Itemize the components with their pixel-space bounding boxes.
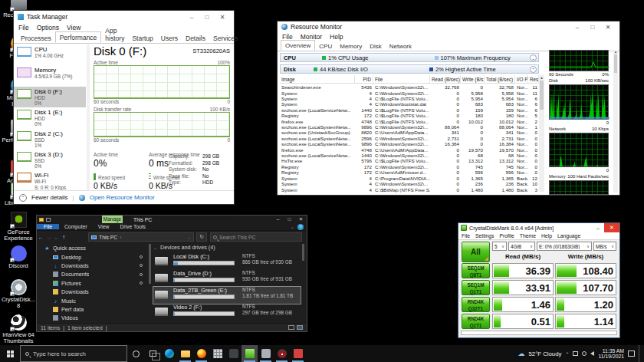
menu-item[interactable]: View: [67, 24, 80, 31]
disk-section-bar[interactable]: Disk 44 KB/sec Disk I/O 2% Highest Activ…: [280, 64, 539, 74]
back-button[interactable]: ←: [37, 234, 44, 241]
chevron-up-icon[interactable]: ⌃: [530, 66, 537, 73]
tab[interactable]: CPU: [315, 41, 336, 51]
table-row[interactable]: firefox.exe 4748 C:\Users\AdM\AppData...…: [280, 146, 539, 152]
sidebar-scrollbar[interactable]: [87, 44, 90, 190]
menu-item[interactable]: Help: [330, 33, 343, 41]
sidebar-item[interactable]: Downloads: [37, 288, 149, 296]
clock[interactable]: 11:35 AM 11/19/2021: [598, 348, 624, 360]
settings-dropdown[interactable]: E: 0% (0/1863GiB): [537, 242, 592, 251]
tray-icon-1[interactable]: [573, 351, 578, 356]
ribbon-tab[interactable]: Drive Tools: [114, 224, 151, 229]
table-row[interactable]: Registry 172 C:\$LogFile (NTFS Volu... 0…: [280, 113, 539, 118]
tab[interactable]: Performance: [55, 31, 102, 43]
thumbnail-view-icon[interactable]: [297, 325, 303, 330]
drive-item[interactable]: Local Disk (C:) NTFS 866 GB free of 930 …: [153, 253, 301, 270]
test-type-button[interactable]: RND4KQ1T1: [462, 314, 490, 329]
taskbar-app-button[interactable]: [242, 345, 258, 362]
taskbar-app-button[interactable]: [209, 345, 225, 362]
tab[interactable]: App history: [101, 25, 128, 43]
table-row[interactable]: System 4 C:\$LogFile (NTFS Volu... 0 5,9…: [280, 96, 539, 101]
sidebar-item[interactable]: Pictures: [37, 279, 149, 288]
quick-access-toolbar-icon[interactable]: [46, 218, 51, 222]
menu-item[interactable]: Theme: [520, 233, 536, 239]
column-header[interactable]: Total (B/sec): [485, 75, 515, 83]
fewer-details-button[interactable]: Fewer details: [31, 194, 68, 201]
taskbar-search[interactable]: Type here to search: [20, 345, 127, 362]
sidebar-device-item[interactable]: Disk 2 (C:) SSD 1%: [14, 129, 86, 150]
desktop-icon[interactable]: IrfanView 64 Thumbnails: [1, 314, 36, 344]
task-manager-titlebar[interactable]: Task Manager: [14, 11, 234, 23]
open-resource-monitor-link[interactable]: Open Resource Monitor: [90, 194, 155, 201]
action-center-icon[interactable]: [628, 350, 635, 357]
taskbar-app-button[interactable]: [177, 345, 193, 362]
tab[interactable]: Startup: [128, 33, 156, 43]
table-row[interactable]: HxTsr.exe 5796 C:\$LogFile (NTFS Volu...…: [280, 158, 539, 163]
tab[interactable]: Processes: [17, 33, 55, 43]
sidebar-device-item[interactable]: Disk 3 (D:) SSD 0%: [14, 150, 86, 170]
sidebar-item[interactable]: Documents: [37, 270, 149, 278]
table-row[interactable]: SearchIndexer.exe 5436 C:\Windows\System…: [280, 84, 539, 90]
table-row[interactable]: svchost.exe (LocalSystemNetw... 2596 C:\…: [280, 136, 539, 141]
sidebar-scrollbar[interactable]: [149, 244, 151, 284]
start-button[interactable]: [0, 345, 20, 362]
taskbar-app-button[interactable]: [193, 345, 209, 362]
up-button[interactable]: ↑: [60, 234, 67, 241]
ribbon-tab[interactable]: File: [37, 224, 59, 229]
settings-dropdown[interactable]: MB/s: [593, 242, 616, 251]
drive-item[interactable]: Data_Drive (D:) NTFS 930 GB free of 931 …: [153, 270, 301, 287]
search-box[interactable]: Search This PC: [210, 232, 302, 242]
collapse-icon[interactable]: ⌄: [153, 245, 157, 250]
desktop-icon[interactable]: GeForce Experience: [1, 212, 36, 242]
column-header[interactable]: I/O Pr...: [515, 75, 528, 83]
settings-dropdown[interactable]: 5: [492, 242, 507, 251]
minimize-button[interactable]: [570, 21, 585, 33]
minimize-button[interactable]: [184, 12, 199, 23]
chevron-down-icon[interactable]: ⌄: [530, 54, 537, 61]
menu-item[interactable]: Profile: [500, 233, 514, 239]
menu-item[interactable]: Monitor: [301, 33, 322, 41]
menu-item[interactable]: Help: [541, 233, 552, 239]
recent-locations-icon[interactable]: ⌄: [52, 235, 60, 240]
test-type-button[interactable]: SEQ1MQ1T1: [462, 280, 490, 295]
table-row[interactable]: System 4 C:\Windows\System32\... 0 236 2…: [280, 181, 539, 186]
column-header[interactable]: Read (B/sec): [430, 75, 461, 83]
table-row[interactable]: svchost.exe (UnistackSvcGroup) 8820 C:\U…: [280, 130, 539, 135]
address-bar[interactable]: This PC › ⌄: [88, 232, 194, 242]
ribbon-expand-icon[interactable]: ⌄: [291, 224, 294, 229]
column-header[interactable]: Resp...: [528, 75, 539, 83]
sidebar-item[interactable]: ↓ Downloads: [37, 262, 149, 270]
table-scrollbar[interactable]: ▲: [539, 75, 544, 192]
taskbar-app-button[interactable]: [258, 345, 274, 362]
maximize-button[interactable]: [199, 12, 215, 23]
taskbar-app-button[interactable]: [290, 345, 306, 362]
window-scrollbar[interactable]: ▲: [613, 50, 618, 193]
table-row[interactable]: svchost.exe (LocalServiceNetw... 1440 C:…: [280, 153, 539, 158]
drive-item[interactable]: Data_2TB_Green (E:) NTFS 1.81 TB free of…: [153, 287, 301, 304]
show-desktop-button[interactable]: [639, 345, 641, 362]
ribbon-tab[interactable]: Computer: [59, 224, 93, 229]
hidden-icons-chevron[interactable]: ⌃: [565, 351, 569, 357]
table-row[interactable]: System 4 C:\Windows\bootstat.dat 0 683 6…: [280, 101, 539, 107]
tab[interactable]: Disk: [366, 41, 386, 51]
settings-dropdown[interactable]: 4GiB: [508, 242, 535, 251]
menu-item[interactable]: File: [282, 33, 293, 41]
menu-item[interactable]: File: [462, 233, 470, 239]
test-type-button[interactable]: SEQ1MQ8T1: [462, 263, 490, 278]
table-row[interactable]: firefox.exe 4748 C:\$LogFile (NTFS Volu.…: [280, 118, 539, 123]
taskbar-app-button[interactable]: [225, 345, 242, 362]
help-icon[interactable]: ?: [297, 224, 304, 230]
desktop-icon[interactable]: CrystalDisk... 8: [1, 279, 36, 309]
cpu-section-bar[interactable]: CPU 1% CPU Usage 107% Maximum Frequency …: [280, 53, 539, 62]
close-button[interactable]: [295, 216, 307, 222]
table-row[interactable]: svchost.exe (LocalSystemNetw... 9896 C:\…: [280, 141, 539, 146]
sidebar-item[interactable]: Perf data: [37, 305, 149, 314]
minimize-button[interactable]: [272, 216, 284, 222]
table-row[interactable]: System 4 C:\Windows\System32\... 0 5,958…: [280, 90, 539, 95]
speaker-icon[interactable]: [590, 351, 594, 356]
tab[interactable]: Overview: [281, 40, 315, 51]
table-row[interactable]: Registry 172 C:\Users\AdM\ntuser.d... 0 …: [280, 169, 539, 175]
close-button[interactable]: [600, 21, 616, 33]
column-header[interactable]: Write (B/s...: [461, 75, 485, 83]
details-view-icon[interactable]: [288, 325, 294, 330]
